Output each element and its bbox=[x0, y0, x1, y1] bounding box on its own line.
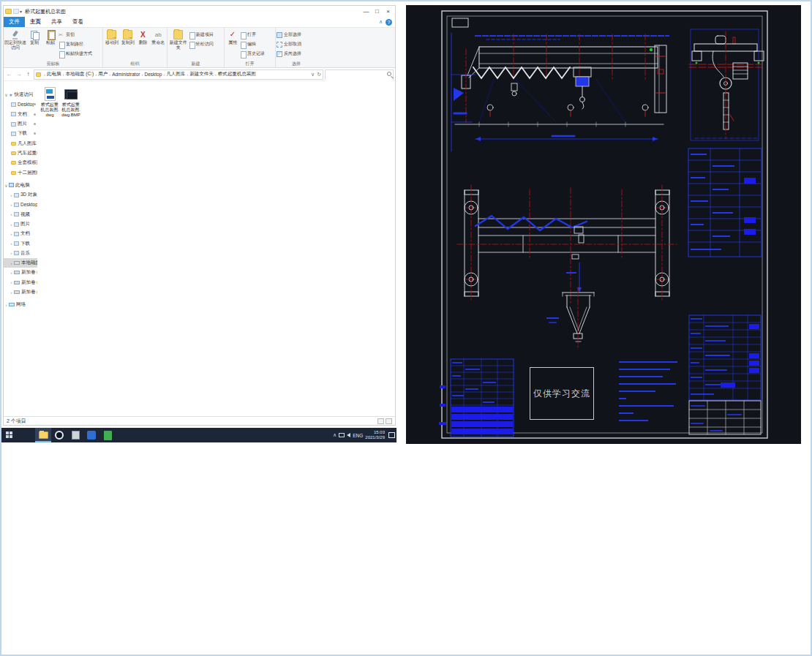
sidebar-item-volume-e[interactable]: ›新加卷 (E:) bbox=[4, 278, 37, 287]
chevron-right-icon[interactable]: › bbox=[9, 222, 14, 227]
sidebar-item-templates[interactable]: 全套模板图 bbox=[4, 158, 37, 167]
tab-file[interactable]: 文件 bbox=[4, 17, 25, 27]
sidebar-item-pictures[interactable]: ›图片 bbox=[4, 219, 37, 229]
open-button[interactable]: 打开 bbox=[240, 30, 274, 39]
language-indicator[interactable]: ENG bbox=[353, 433, 363, 438]
address-dropdown-icon[interactable]: ∨ bbox=[311, 72, 315, 78]
crumb-drive-c[interactable]: 本地磁盘 (C:) bbox=[66, 71, 94, 78]
maximize-button[interactable]: □ bbox=[372, 7, 383, 17]
sidebar-item-documents-pinned[interactable]: 文档 bbox=[4, 110, 37, 119]
ribbon-collapse-icon[interactable]: ∧ bbox=[379, 19, 383, 25]
sidebar-item-truck-cranes[interactable]: 汽车起重机(全部) bbox=[4, 148, 37, 158]
sidebar-this-pc[interactable]: ∨ 此电脑 bbox=[4, 181, 37, 190]
chevron-right-icon[interactable]: › bbox=[9, 232, 14, 236]
file-item-bmp[interactable]: 桥式起重机总装图.dwg.BMP bbox=[61, 87, 80, 118]
tab-view[interactable]: 查看 bbox=[67, 17, 89, 27]
copy-to-button[interactable]: 复制到 bbox=[120, 29, 136, 45]
sidebar-item-videos[interactable]: ›视频 bbox=[4, 210, 37, 219]
copy-path-button[interactable]: 复制路径 bbox=[59, 39, 101, 49]
select-none-button[interactable]: 全部取消 bbox=[277, 39, 316, 49]
close-button[interactable]: × bbox=[383, 7, 394, 17]
rename-button[interactable]: ab 重命名 bbox=[150, 29, 166, 45]
file-item-dwg[interactable]: 桥式起重机总装图.dwg bbox=[40, 87, 59, 118]
file-list[interactable]: 桥式起重机总装图.dwg 桥式起重机总装图.dwg.BMP bbox=[37, 81, 395, 416]
action-center-icon[interactable] bbox=[388, 432, 395, 438]
crumb-new-folder[interactable]: 新建文件夹 bbox=[189, 71, 214, 78]
crumb-gallery[interactable]: 凡人图库 bbox=[166, 71, 185, 78]
quick-access-toolbar-icon[interactable] bbox=[13, 9, 19, 14]
delete-button[interactable]: X 删除 bbox=[136, 29, 151, 45]
cut-button[interactable]: 剪切 bbox=[59, 30, 101, 39]
history-button[interactable]: 历史记录 bbox=[240, 49, 274, 59]
taskbar-explorer-icon[interactable] bbox=[35, 428, 51, 442]
sidebar-item-volume-d[interactable]: ›新加卷 (D:) bbox=[4, 268, 37, 277]
properties-button[interactable]: ✓ 属性 bbox=[225, 29, 240, 45]
chevron-right-icon[interactable]: › bbox=[9, 261, 14, 265]
taskbar-app-green-icon[interactable] bbox=[99, 428, 116, 442]
search-input[interactable] bbox=[326, 74, 393, 83]
sidebar-item-series[interactable]: 十二届图纸系列 bbox=[4, 167, 37, 177]
chevron-right-icon[interactable]: › bbox=[9, 241, 14, 246]
sidebar-network[interactable]: ›网络 bbox=[4, 300, 37, 309]
taskbar-browser-icon[interactable] bbox=[51, 428, 67, 442]
sidebar-item-local-disk-c[interactable]: ›本地磁盘 (C:) bbox=[4, 258, 37, 268]
copy-button[interactable]: 复制 bbox=[26, 29, 42, 45]
tab-share[interactable]: 共享 bbox=[46, 17, 67, 27]
toolbar-caret-icon[interactable]: ▾ bbox=[20, 9, 22, 14]
chevron-right-icon[interactable]: › bbox=[9, 212, 14, 216]
sidebar-item-desktop-pinned[interactable]: Desktop bbox=[4, 99, 37, 109]
crumb-desktop[interactable]: Desktop bbox=[144, 72, 162, 77]
sidebar-item-downloads-pinned[interactable]: 下载 bbox=[4, 129, 37, 138]
crumb-users[interactable]: 用户 bbox=[98, 71, 108, 78]
chevron-right-icon[interactable]: › bbox=[9, 290, 14, 295]
crumb-current[interactable]: 桥式起重机总装图 bbox=[218, 71, 256, 78]
pin-to-quick-access-button[interactable]: 固定到快速访问 bbox=[4, 29, 26, 50]
chevron-right-icon[interactable]: › bbox=[9, 271, 14, 275]
thumbnails-view-icon[interactable] bbox=[386, 418, 392, 424]
tray-expand-icon[interactable]: ∧ bbox=[333, 432, 337, 438]
refresh-icon[interactable]: ↻ bbox=[317, 72, 321, 78]
breadcrumb[interactable]: › 此电脑› 本地磁盘 (C:)› 用户› Administrator› Des… bbox=[34, 69, 323, 80]
sidebar-item-desktop[interactable]: ›Desktop bbox=[4, 200, 37, 209]
help-icon[interactable]: ? bbox=[386, 19, 392, 26]
paste-shortcut-button[interactable]: 粘贴快捷方式 bbox=[59, 49, 101, 59]
parts-list-left bbox=[439, 359, 514, 437]
up-button[interactable]: ↑ bbox=[24, 71, 32, 78]
clock[interactable]: 15:03 2021/3/29 bbox=[365, 430, 385, 440]
new-item-button[interactable]: 新建项目 bbox=[189, 30, 223, 39]
sidebar-quick-access[interactable]: ∨ ★ 快速访问 bbox=[4, 90, 37, 99]
start-button[interactable] bbox=[1, 428, 18, 442]
tab-home[interactable]: 主页 bbox=[25, 17, 46, 27]
chevron-right-icon[interactable]: › bbox=[9, 280, 14, 284]
new-folder-button[interactable]: 新建文件夹 bbox=[168, 29, 189, 50]
taskbar-app-gray-icon[interactable] bbox=[67, 428, 83, 442]
crumb-administrator[interactable]: Administrator bbox=[112, 72, 140, 77]
invert-selection-button[interactable]: 反向选择 bbox=[277, 49, 316, 59]
back-button[interactable]: ← bbox=[5, 71, 13, 78]
chevron-right-icon[interactable]: › bbox=[4, 303, 9, 307]
details-view-icon[interactable] bbox=[377, 418, 384, 424]
chevron-right-icon[interactable]: › bbox=[9, 203, 14, 207]
sidebar-item-documents[interactable]: ›文档 bbox=[4, 229, 37, 238]
volume-tray-icon[interactable] bbox=[347, 433, 350, 437]
easy-access-button[interactable]: 轻松访问 bbox=[189, 39, 223, 49]
minimize-button[interactable]: — bbox=[361, 7, 372, 17]
forward-button[interactable]: → bbox=[15, 71, 23, 78]
sidebar-item-music[interactable]: ›音乐 bbox=[4, 249, 37, 258]
crumb-this-pc[interactable]: 此电脑 bbox=[47, 71, 61, 78]
edit-button[interactable]: 编辑 bbox=[240, 39, 274, 49]
sidebar-item-downloads[interactable]: ›下载 bbox=[4, 238, 37, 248]
sidebar-item-volume-f[interactable]: ›新加卷 (F:) bbox=[4, 287, 37, 297]
move-to-button[interactable]: 移动到 bbox=[104, 29, 120, 45]
chevron-down-icon[interactable]: ∨ bbox=[4, 92, 9, 97]
chevron-right-icon[interactable]: › bbox=[9, 193, 14, 197]
chevron-right-icon[interactable]: › bbox=[9, 251, 14, 255]
paste-button[interactable]: 粘贴 bbox=[42, 29, 59, 45]
sidebar-item-3d-objects[interactable]: ›3D 对象 bbox=[4, 190, 37, 200]
select-all-button[interactable]: 全部选择 bbox=[277, 30, 316, 39]
network-tray-icon[interactable] bbox=[339, 433, 345, 437]
sidebar-item-gallery[interactable]: 凡人图库 bbox=[4, 138, 37, 148]
chevron-down-icon[interactable]: ∨ bbox=[4, 183, 9, 188]
sidebar-item-pictures-pinned[interactable]: 图片 bbox=[4, 119, 37, 129]
taskbar-app-blue-icon[interactable] bbox=[83, 428, 99, 442]
